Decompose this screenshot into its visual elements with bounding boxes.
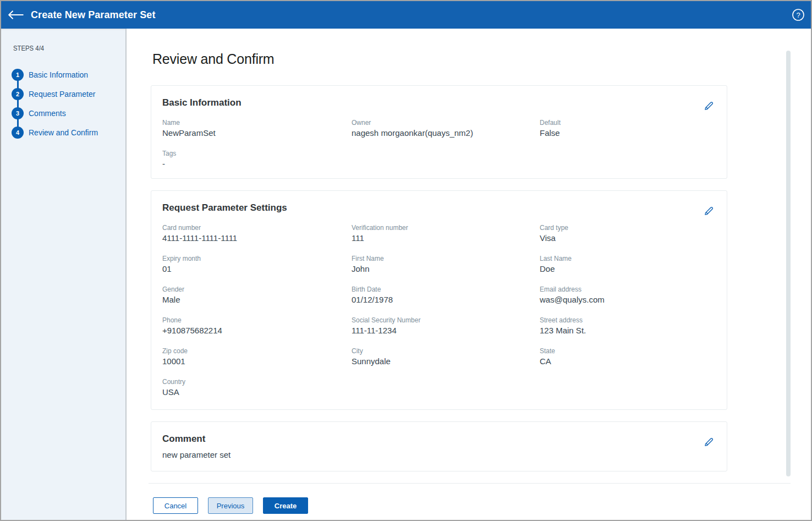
basic-information-title: Basic Information — [162, 97, 716, 109]
edit-basic-information-icon[interactable] — [704, 101, 714, 111]
step-2-badge: 2 — [12, 88, 24, 100]
create-button[interactable]: Create — [263, 497, 308, 514]
content-heading: Review and Confirm — [152, 51, 811, 68]
footer-buttons: Cancel Previous Create — [153, 497, 308, 514]
steps-counter: STEPS 4/4 — [13, 44, 107, 52]
field-zip-code: Zip code 10001 — [162, 347, 352, 366]
field-country: Country USA — [162, 378, 352, 397]
comment-card: Comment new parameter set — [151, 421, 727, 471]
field-email-address: Email address was@qualys.com — [540, 286, 716, 305]
field-card-number: Card number 4111-1111-1111-1111 — [162, 224, 352, 243]
field-state: State CA — [540, 347, 716, 366]
step-basic-information[interactable]: 1 Basic Information — [12, 69, 125, 81]
footer-divider — [149, 483, 791, 484]
help-icon[interactable]: ? — [792, 8, 805, 21]
field-social-security-number: Social Security Number 111-11-1234 — [352, 316, 540, 336]
field-card-type: Card type Visa — [540, 224, 716, 243]
previous-button[interactable]: Previous — [208, 497, 253, 514]
field-gender: Gender Male — [162, 286, 352, 305]
request-parameter-title: Request Parameter Settings — [162, 202, 716, 214]
edit-comment-icon[interactable] — [704, 437, 714, 447]
field-expiry-month: Expiry month 01 — [162, 255, 352, 274]
comment-text: new parameter set — [162, 449, 716, 460]
step-request-parameter[interactable]: 2 Request Parameter — [12, 88, 125, 100]
step-4-badge: 4 — [12, 127, 24, 139]
back-arrow-icon[interactable] — [8, 10, 24, 20]
field-first-name: First Name John — [352, 255, 540, 274]
basic-information-card: Basic Information Name NewParamSet Owner… — [151, 85, 727, 179]
field-city: City Sunnydale — [352, 347, 540, 366]
comment-title: Comment — [162, 433, 716, 445]
main-content: Review and Confirm Basic Information Nam… — [127, 29, 811, 520]
field-name: Name NewParamSet — [162, 119, 352, 138]
svg-text:?: ? — [796, 11, 800, 19]
steps-sidebar: STEPS 4/4 1 Basic Information 2 Request … — [1, 29, 127, 520]
vertical-scrollbar-thumb[interactable] — [786, 51, 791, 476]
top-header: Create New Parameter Set ? — [1, 1, 811, 29]
cancel-button[interactable]: Cancel — [153, 497, 198, 514]
app-window: Create New Parameter Set ? STEPS 4/4 1 B… — [0, 0, 812, 521]
step-1-badge: 1 — [12, 69, 24, 81]
request-parameter-card: Request Parameter Settings Card number 4… — [151, 190, 727, 410]
field-street-address: Street address 123 Main St. — [540, 316, 716, 336]
edit-request-parameter-icon[interactable] — [704, 206, 714, 216]
field-birth-date: Birth Date 01/12/1978 — [352, 286, 540, 305]
field-default: Default False — [540, 119, 716, 138]
step-3-badge: 3 — [12, 107, 24, 119]
step-comments[interactable]: 3 Comments — [12, 107, 125, 119]
field-phone: Phone +910875682214 — [162, 316, 352, 336]
field-verification-number: Verification number 111 — [352, 224, 540, 243]
steps-list: 1 Basic Information 2 Request Parameter … — [12, 69, 125, 139]
step-review-confirm[interactable]: 4 Review and Confirm — [12, 127, 125, 139]
page-title: Create New Parameter Set — [31, 9, 156, 21]
field-tags: Tags - — [162, 150, 352, 169]
field-owner: Owner nagesh morgaonkar(quays_nm2) — [352, 119, 540, 138]
steps-connector-line — [17, 75, 19, 133]
field-last-name: Last Name Doe — [540, 255, 716, 274]
